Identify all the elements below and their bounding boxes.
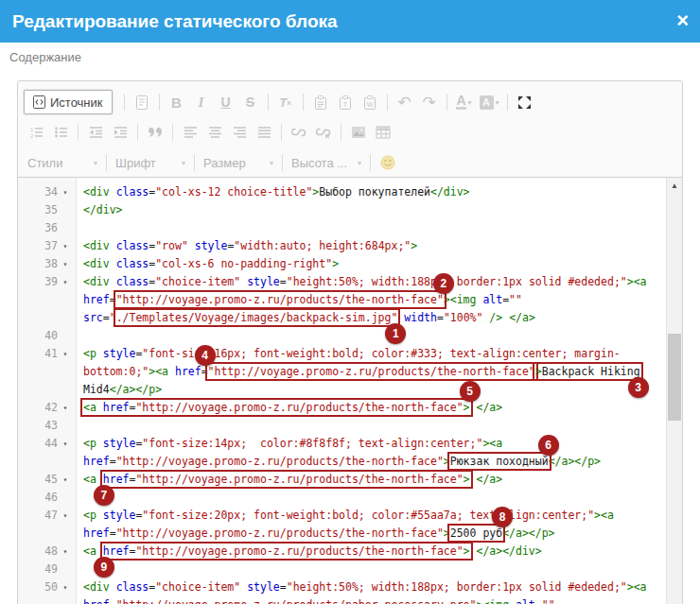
table-button[interactable]: [371, 121, 395, 144]
smiley-button[interactable]: [376, 151, 400, 174]
fold-icon[interactable]: ▾: [58, 255, 73, 273]
italic-button[interactable]: I: [189, 91, 214, 113]
numbered-list-icon: 12: [29, 126, 44, 139]
code-line: 47▾<p style="font-size:20px; font-weight…: [18, 507, 666, 543]
line-number: 40: [18, 327, 77, 345]
remove-format-button[interactable]: Tx: [273, 91, 298, 113]
paste-button[interactable]: [308, 91, 333, 113]
fold-icon[interactable]: ▾: [58, 399, 73, 417]
source-button[interactable]: Источник: [24, 90, 113, 114]
unlink-button[interactable]: [311, 121, 336, 144]
vertical-scrollbar[interactable]: ▲: [666, 178, 682, 604]
line-number: 47▾: [18, 507, 77, 525]
code-line: 35</div>: [18, 201, 666, 219]
fold-icon[interactable]: ▾: [58, 578, 73, 596]
clipboard-icon: [314, 95, 327, 110]
fold-icon[interactable]: ▾: [58, 471, 73, 489]
chevron-down-icon: ▾: [468, 98, 472, 107]
toolbar-row-2: 12: [24, 117, 676, 147]
code-content: <div class="row">34▾<div class="col-xs-1…: [18, 178, 666, 604]
annotation-box: 2500 руб8: [450, 526, 502, 540]
remove-format-sub: x: [287, 98, 290, 107]
scrollbar-thumb[interactable]: [668, 334, 681, 421]
dialog-header: Редактирование статического блока ×: [0, 0, 700, 43]
code-line: 43: [18, 417, 666, 435]
numbered-list-button[interactable]: 12: [24, 121, 48, 144]
underline-button[interactable]: U: [214, 91, 238, 113]
source-code-area[interactable]: <div class="row">34▾<div class="col-xs-1…: [18, 178, 682, 604]
line-number: 44▾: [18, 435, 77, 453]
link-icon: [291, 126, 306, 139]
svg-text:1: 1: [30, 127, 34, 132]
code-line: 45▾<a href="http://voyage.promo-z.ru/pro…: [18, 471, 666, 489]
maximize-icon: [517, 95, 532, 110]
text-color-button[interactable]: A▾: [452, 91, 477, 113]
link-button[interactable]: [287, 121, 311, 144]
code-line: 39▾<div class="choice-item" style="heigh…: [18, 273, 666, 327]
bold-button[interactable]: B: [165, 91, 189, 113]
undo-button[interactable]: ↶: [393, 91, 417, 113]
annotation-box: href="http://voyage.promo-z.ru/products/…: [103, 544, 470, 558]
align-center-button[interactable]: [202, 121, 227, 144]
fold-icon[interactable]: ▾: [58, 237, 73, 255]
code-line: 48▾<a href="http://voyage.promo-z.ru/pro…: [18, 543, 666, 561]
maximize-button[interactable]: [513, 91, 537, 113]
fold-icon[interactable]: ▾: [58, 543, 73, 561]
line-number: 41▾: [18, 345, 77, 363]
bg-color-button[interactable]: A▾: [477, 91, 502, 113]
editor-toolbar: Источник B I U S Tx T W ↶: [18, 81, 682, 178]
align-left-button[interactable]: [178, 121, 202, 144]
bulleted-list-button[interactable]: [48, 121, 73, 144]
svg-text:T: T: [342, 100, 347, 109]
fold-icon[interactable]: ▾: [58, 183, 73, 201]
source-button-label: Источник: [50, 95, 103, 110]
close-icon[interactable]: ×: [676, 8, 689, 34]
bg-color-icon: A: [480, 95, 494, 110]
strikethrough-button[interactable]: S: [238, 91, 263, 113]
code-line: 38▾<div class="col-xs-6 no-padding-right…: [18, 255, 666, 273]
image-icon: [351, 126, 366, 139]
size-label: Размер: [203, 156, 246, 170]
annotation-box: "http://voyage.promo-z.ru/products/the-n…: [116, 293, 444, 306]
annotation-box: ./Templates/Voyage/images/backpack-sim.j…: [116, 311, 398, 324]
blockquote-button[interactable]: [143, 121, 167, 144]
line-height-dropdown[interactable]: Высота ...▾: [288, 152, 365, 173]
code-line: 36: [18, 219, 666, 237]
line-number: 43: [18, 417, 77, 435]
font-dropdown[interactable]: Шрифт▾: [112, 152, 189, 173]
image-button[interactable]: [346, 121, 371, 144]
fold-icon[interactable]: ▾: [58, 435, 73, 453]
blockquote-icon: [148, 126, 163, 139]
source-icon: [33, 95, 45, 109]
indent-button[interactable]: [108, 121, 132, 144]
templates-button[interactable]: [130, 91, 154, 113]
annotation-badge: 9: [94, 557, 114, 578]
paste-word-button[interactable]: W: [358, 91, 382, 113]
toolbar-row-3: Стили▾ Шрифт▾ Размер▾ Высота ...▾: [24, 147, 676, 178]
indent-icon: [114, 126, 128, 139]
clipboard-word-icon: W: [363, 95, 376, 110]
align-center-icon: [208, 126, 222, 139]
outdent-button[interactable]: [83, 121, 108, 144]
paste-text-button[interactable]: T: [333, 91, 358, 113]
annotation-badge: 3: [628, 377, 649, 398]
align-justify-button[interactable]: [252, 121, 276, 144]
line-number: 45▾: [18, 471, 77, 489]
wysiwyg-editor: Источник B I U S Tx T W ↶: [17, 80, 683, 604]
align-right-button[interactable]: [227, 121, 252, 144]
scroll-up-icon[interactable]: ▲: [667, 181, 682, 190]
line-number: 37▾: [18, 237, 77, 255]
code-line: 41▾<p style="font-size:16px; font-weight…: [18, 345, 666, 399]
remove-format-label: T: [279, 95, 287, 110]
fold-icon[interactable]: ▾: [58, 507, 73, 525]
styles-dropdown[interactable]: Стили▾: [24, 152, 101, 173]
fold-icon[interactable]: ▾: [58, 273, 73, 291]
line-number: 42▾: [18, 399, 77, 417]
redo-button[interactable]: ↷: [417, 91, 442, 113]
annotation-badge: 2: [433, 273, 454, 294]
svg-text:2: 2: [30, 133, 34, 139]
fold-icon[interactable]: ▾: [58, 345, 73, 363]
line-number: 49: [18, 561, 77, 578]
text-color-icon: A: [456, 95, 465, 110]
size-dropdown[interactable]: Размер▾: [200, 152, 277, 173]
